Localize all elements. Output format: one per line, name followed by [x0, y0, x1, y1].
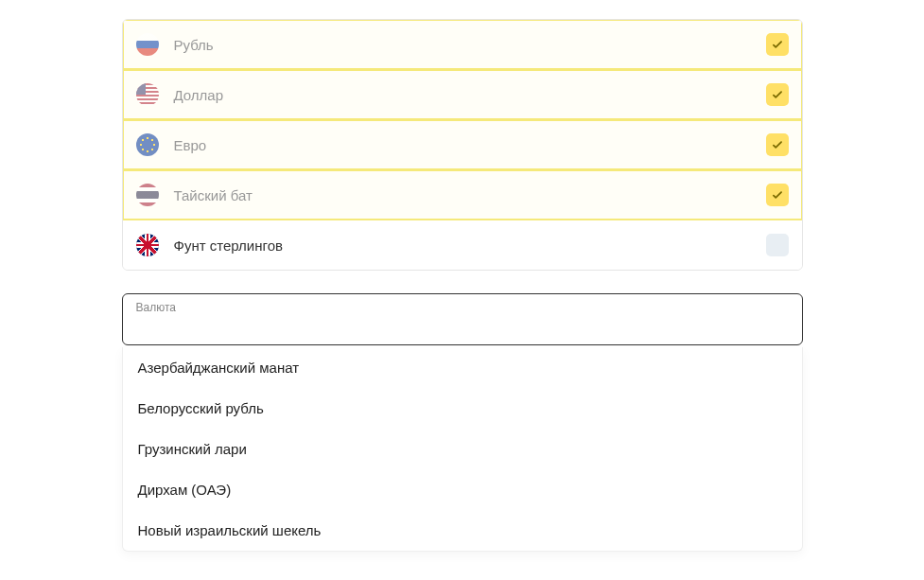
currency-input[interactable]	[122, 293, 803, 345]
currency-label: Доллар	[174, 87, 766, 103]
flag-usa-icon	[136, 83, 159, 106]
flag-uk-icon	[136, 234, 159, 256]
check-icon	[771, 38, 784, 51]
checkbox-checked[interactable]	[766, 83, 789, 106]
flag-thailand-icon	[136, 184, 159, 206]
currency-label: Рубль	[174, 37, 766, 53]
dropdown-option[interactable]: Новый израильский шекель	[123, 510, 802, 551]
checkbox-checked[interactable]	[766, 33, 789, 56]
currency-row-usd[interactable]: Доллар	[123, 70, 802, 120]
currency-row-thb[interactable]: Тайский бат	[123, 170, 802, 220]
dropdown-option[interactable]: Белорусский рубль	[123, 388, 802, 429]
dropdown-option[interactable]: Дирхам (ОАЭ)	[123, 469, 802, 510]
currency-row-eur[interactable]: Евро	[123, 120, 802, 170]
check-icon	[771, 138, 784, 151]
dropdown-option[interactable]: Грузинский лари	[123, 429, 802, 469]
checkbox-unchecked[interactable]	[766, 234, 789, 256]
currency-list: РубльДолларЕвроТайский батФунт стерлинго…	[122, 19, 803, 271]
dropdown-option[interactable]: Азербайджанский манат	[123, 347, 802, 388]
currency-row-rub[interactable]: Рубль	[123, 20, 802, 70]
checkbox-checked[interactable]	[766, 184, 789, 206]
currency-label: Тайский бат	[174, 187, 766, 203]
currency-input-wrapper: Валюта	[122, 293, 803, 345]
flag-russia-icon	[136, 33, 159, 56]
currency-label: Евро	[174, 137, 766, 153]
currency-dropdown[interactable]: Азербайджанский манатБелорусский рубльГр…	[122, 347, 803, 552]
check-icon	[771, 88, 784, 101]
currency-label: Фунт стерлингов	[174, 237, 766, 254]
currency-row-gbp[interactable]: Фунт стерлингов	[123, 220, 802, 270]
flag-eu-icon	[136, 133, 159, 156]
checkbox-checked[interactable]	[766, 133, 789, 156]
check-icon	[771, 188, 784, 202]
